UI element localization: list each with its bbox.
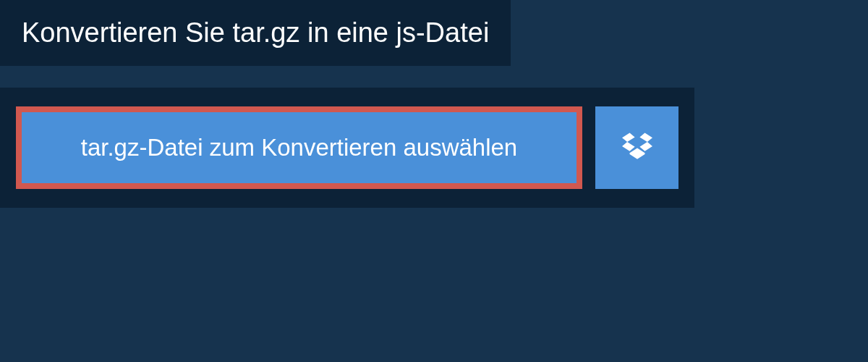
select-file-label: tar.gz-Datei zum Konvertieren auswählen [81, 134, 517, 161]
page-title-bar: Konvertieren Sie tar.gz in eine js-Datei [0, 0, 511, 66]
upload-section: tar.gz-Datei zum Konvertieren auswählen [0, 88, 694, 208]
dropbox-icon [622, 131, 652, 164]
dropbox-button[interactable] [595, 106, 678, 189]
select-file-button[interactable]: tar.gz-Datei zum Konvertieren auswählen [16, 106, 582, 189]
page-title: Konvertieren Sie tar.gz in eine js-Datei [22, 17, 489, 48]
